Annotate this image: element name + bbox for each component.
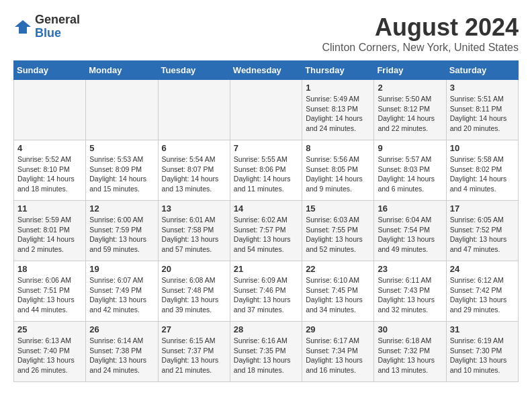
day-info: Sunrise: 6:09 AM Sunset: 7:46 PM Dayligh… (234, 275, 298, 315)
day-number: 20 (162, 264, 226, 274)
calendar-day-cell: 2Sunrise: 5:50 AM Sunset: 8:12 PM Daylig… (374, 80, 446, 140)
calendar-day-cell: 18Sunrise: 6:06 AM Sunset: 7:51 PM Dayli… (14, 261, 86, 322)
day-info: Sunrise: 6:03 AM Sunset: 7:55 PM Dayligh… (306, 215, 370, 255)
day-number: 11 (17, 203, 82, 214)
day-info: Sunrise: 5:56 AM Sunset: 8:05 PM Dayligh… (306, 154, 370, 194)
calendar-day-cell (158, 80, 230, 140)
day-info: Sunrise: 6:11 AM Sunset: 7:43 PM Dayligh… (378, 275, 442, 315)
calendar-day-cell: 6Sunrise: 5:54 AM Sunset: 8:07 PM Daylig… (158, 140, 230, 201)
day-number: 18 (17, 264, 82, 274)
day-info: Sunrise: 6:15 AM Sunset: 7:37 PM Dayligh… (162, 336, 226, 375)
day-number: 19 (89, 264, 154, 274)
day-info: Sunrise: 6:06 AM Sunset: 7:51 PM Dayligh… (17, 275, 82, 315)
calendar-day-cell: 26Sunrise: 6:14 AM Sunset: 7:38 PM Dayli… (86, 322, 158, 382)
calendar-week-row: 25Sunrise: 6:13 AM Sunset: 7:40 PM Dayli… (14, 322, 519, 382)
calendar-day-cell: 9Sunrise: 5:57 AM Sunset: 8:03 PM Daylig… (374, 140, 446, 201)
calendar-day-cell: 23Sunrise: 6:11 AM Sunset: 7:43 PM Dayli… (374, 261, 446, 322)
calendar-day-cell: 10Sunrise: 5:58 AM Sunset: 8:02 PM Dayli… (446, 140, 518, 201)
day-number: 7 (234, 143, 298, 153)
day-number: 15 (306, 203, 370, 214)
calendar-day-cell (14, 80, 86, 140)
day-info: Sunrise: 6:16 AM Sunset: 7:35 PM Dayligh… (234, 336, 298, 375)
day-info: Sunrise: 6:04 AM Sunset: 7:54 PM Dayligh… (378, 215, 442, 255)
logo-icon (13, 17, 32, 36)
day-info: Sunrise: 6:00 AM Sunset: 7:59 PM Dayligh… (89, 215, 154, 255)
day-number: 13 (162, 203, 226, 214)
day-number: 14 (234, 203, 298, 214)
day-number: 3 (450, 83, 515, 93)
weekday-header: Wednesday (230, 61, 302, 80)
calendar-day-cell: 13Sunrise: 6:01 AM Sunset: 7:58 PM Dayli… (158, 201, 230, 261)
calendar-day-cell: 5Sunrise: 5:53 AM Sunset: 8:09 PM Daylig… (86, 140, 158, 201)
day-info: Sunrise: 5:51 AM Sunset: 8:11 PM Dayligh… (450, 94, 515, 134)
day-info: Sunrise: 5:54 AM Sunset: 8:07 PM Dayligh… (162, 154, 226, 194)
page-subtitle: Clinton Corners, New York, United States (322, 42, 519, 54)
day-number: 28 (234, 324, 298, 334)
day-number: 24 (450, 264, 515, 274)
day-number: 12 (89, 203, 154, 214)
calendar-day-cell: 1Sunrise: 5:49 AM Sunset: 8:13 PM Daylig… (302, 80, 374, 140)
day-number: 27 (162, 324, 226, 334)
day-number: 1 (306, 83, 370, 93)
day-info: Sunrise: 6:02 AM Sunset: 7:57 PM Dayligh… (234, 215, 298, 255)
day-number: 4 (17, 143, 82, 153)
calendar-day-cell: 14Sunrise: 6:02 AM Sunset: 7:57 PM Dayli… (230, 201, 302, 261)
day-info: Sunrise: 5:57 AM Sunset: 8:03 PM Dayligh… (378, 154, 442, 194)
day-info: Sunrise: 6:10 AM Sunset: 7:45 PM Dayligh… (306, 275, 370, 315)
weekday-header: Sunday (14, 61, 86, 80)
day-info: Sunrise: 5:59 AM Sunset: 8:01 PM Dayligh… (17, 215, 82, 255)
calendar-day-cell: 7Sunrise: 5:55 AM Sunset: 8:06 PM Daylig… (230, 140, 302, 201)
calendar-day-cell: 19Sunrise: 6:07 AM Sunset: 7:49 PM Dayli… (86, 261, 158, 322)
calendar-day-cell: 28Sunrise: 6:16 AM Sunset: 7:35 PM Dayli… (230, 322, 302, 382)
logo: General Blue (13, 13, 80, 40)
weekday-header: Friday (374, 61, 446, 80)
day-number: 2 (378, 83, 442, 93)
calendar-week-row: 4Sunrise: 5:52 AM Sunset: 8:10 PM Daylig… (14, 140, 519, 201)
calendar-week-row: 1Sunrise: 5:49 AM Sunset: 8:13 PM Daylig… (14, 80, 519, 140)
calendar-day-cell: 4Sunrise: 5:52 AM Sunset: 8:10 PM Daylig… (14, 140, 86, 201)
day-number: 25 (17, 324, 82, 334)
day-info: Sunrise: 5:53 AM Sunset: 8:09 PM Dayligh… (89, 154, 154, 194)
calendar-day-cell: 25Sunrise: 6:13 AM Sunset: 7:40 PM Dayli… (14, 322, 86, 382)
day-number: 22 (306, 264, 370, 274)
calendar-day-cell: 20Sunrise: 6:08 AM Sunset: 7:48 PM Dayli… (158, 261, 230, 322)
day-info: Sunrise: 5:52 AM Sunset: 8:10 PM Dayligh… (17, 154, 82, 194)
weekday-header: Saturday (446, 61, 518, 80)
calendar-day-cell: 21Sunrise: 6:09 AM Sunset: 7:46 PM Dayli… (230, 261, 302, 322)
day-info: Sunrise: 6:08 AM Sunset: 7:48 PM Dayligh… (162, 275, 226, 315)
calendar-day-cell: 12Sunrise: 6:00 AM Sunset: 7:59 PM Dayli… (86, 201, 158, 261)
calendar-day-cell (230, 80, 302, 140)
day-number: 17 (450, 203, 515, 214)
day-info: Sunrise: 6:19 AM Sunset: 7:30 PM Dayligh… (450, 336, 515, 375)
calendar-day-cell: 31Sunrise: 6:19 AM Sunset: 7:30 PM Dayli… (446, 322, 518, 382)
day-info: Sunrise: 6:14 AM Sunset: 7:38 PM Dayligh… (89, 336, 154, 375)
page-title: August 2024 (322, 13, 519, 42)
day-info: Sunrise: 6:05 AM Sunset: 7:52 PM Dayligh… (450, 215, 515, 255)
day-number: 10 (450, 143, 515, 153)
calendar-week-row: 18Sunrise: 6:06 AM Sunset: 7:51 PM Dayli… (14, 261, 519, 322)
calendar-day-cell: 8Sunrise: 5:56 AM Sunset: 8:05 PM Daylig… (302, 140, 374, 201)
calendar-day-cell: 22Sunrise: 6:10 AM Sunset: 7:45 PM Dayli… (302, 261, 374, 322)
calendar-day-cell: 30Sunrise: 6:18 AM Sunset: 7:32 PM Dayli… (374, 322, 446, 382)
calendar-day-cell: 17Sunrise: 6:05 AM Sunset: 7:52 PM Dayli… (446, 201, 518, 261)
svg-marker-0 (15, 20, 31, 34)
day-number: 31 (450, 324, 515, 334)
day-number: 29 (306, 324, 370, 334)
day-number: 21 (234, 264, 298, 274)
title-area: August 2024 Clinton Corners, New York, U… (322, 13, 519, 54)
day-info: Sunrise: 6:12 AM Sunset: 7:42 PM Dayligh… (450, 275, 515, 315)
weekday-header: Monday (86, 61, 158, 80)
day-number: 23 (378, 264, 442, 274)
day-info: Sunrise: 5:58 AM Sunset: 8:02 PM Dayligh… (450, 154, 515, 194)
day-number: 26 (89, 324, 154, 334)
day-number: 8 (306, 143, 370, 153)
calendar-header-row: SundayMondayTuesdayWednesdayThursdayFrid… (14, 61, 519, 80)
day-number: 5 (89, 143, 154, 153)
day-info: Sunrise: 6:01 AM Sunset: 7:58 PM Dayligh… (162, 215, 226, 255)
calendar-day-cell: 15Sunrise: 6:03 AM Sunset: 7:55 PM Dayli… (302, 201, 374, 261)
day-info: Sunrise: 5:49 AM Sunset: 8:13 PM Dayligh… (306, 94, 370, 134)
calendar-day-cell: 29Sunrise: 6:17 AM Sunset: 7:34 PM Dayli… (302, 322, 374, 382)
day-info: Sunrise: 5:50 AM Sunset: 8:12 PM Dayligh… (378, 94, 442, 134)
weekday-header: Tuesday (158, 61, 230, 80)
calendar-day-cell (86, 80, 158, 140)
